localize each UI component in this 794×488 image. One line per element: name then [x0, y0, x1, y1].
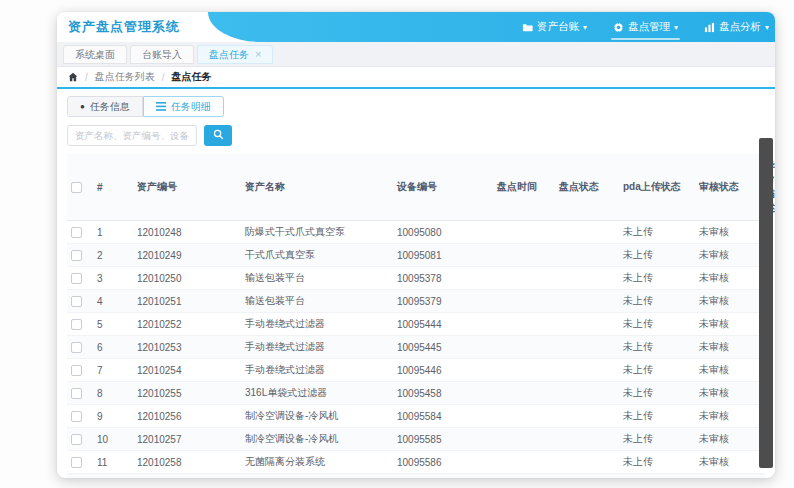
row-checkbox[interactable]: [71, 411, 82, 422]
cell-audit-status: 未审核: [695, 313, 761, 336]
main-content: ● 任务信息 任务明细: [57, 89, 775, 478]
col-audit-status: 审核状态: [695, 154, 761, 221]
cell-audit-status: 未审核: [695, 382, 761, 405]
nav-item-inventory-analysis[interactable]: 盘点分析 ▾: [704, 12, 769, 42]
row-checkbox[interactable]: [71, 273, 82, 284]
dot-icon: ●: [80, 103, 85, 111]
tab-bar: 系统桌面 台账导入 盘点任务 ×: [57, 42, 775, 67]
cell-audit-status: 未审核: [695, 336, 761, 359]
chevron-down-icon: ▾: [674, 23, 678, 32]
cell-asset-no: 12010254: [133, 359, 241, 382]
cell-check-time: [493, 267, 555, 290]
cell-index: 10: [93, 428, 133, 451]
col-asset-no: 资产编号: [133, 154, 241, 221]
cell-asset-no: 12010253: [133, 336, 241, 359]
tab-inventory-task[interactable]: 盘点任务 ×: [197, 45, 273, 64]
cell-device-no: 10095379: [393, 290, 493, 313]
cell-asset-name: 手动卷绕式过滤器: [241, 359, 393, 382]
app-header: 资产盘点管理系统 资产台账 ▾ 盘点管理 ▾ 盘点分析: [57, 12, 775, 42]
cell-check-status: [555, 221, 619, 244]
cell-asset-no: 12010256: [133, 405, 241, 428]
row-checkbox[interactable]: [71, 457, 82, 468]
nav-item-inventory-mgmt[interactable]: 盘点管理 ▾: [613, 12, 678, 42]
cell-asset-name: 手动卷绕式过滤器: [241, 336, 393, 359]
nav-label: 资产台账: [537, 20, 579, 34]
cell-device-no: 10095584: [393, 405, 493, 428]
cell-check-status: [555, 428, 619, 451]
chart-icon: [704, 22, 715, 33]
cell-device-no: 10095586: [393, 451, 493, 474]
cell-audit-status: 未审核: [695, 267, 761, 290]
cell-asset-no: 12010257: [133, 428, 241, 451]
cell-check-status: [555, 313, 619, 336]
row-checkbox[interactable]: [71, 342, 82, 353]
search-input[interactable]: [67, 125, 197, 146]
col-check-time: 盘点时间: [493, 154, 555, 221]
nav-label: 盘点分析: [719, 20, 761, 34]
breadcrumb-task-list[interactable]: 盘点任务列表: [95, 70, 155, 84]
cell-pda-status: 未上传: [619, 313, 695, 336]
nav-item-asset-ledger[interactable]: 资产台账 ▾: [522, 12, 587, 42]
row-checkbox[interactable]: [71, 434, 82, 445]
row-checkbox[interactable]: [71, 319, 82, 330]
close-icon[interactable]: ×: [255, 49, 261, 60]
cell-asset-name: 制冷空调设备-冷风机: [241, 428, 393, 451]
cell-index: 4: [93, 290, 133, 313]
cell-device-no: 10095080: [393, 221, 493, 244]
subtab-label: 任务明细: [171, 100, 211, 114]
cell-asset-no: 12010255: [133, 382, 241, 405]
col-pda-status: pda上传状态: [619, 154, 695, 221]
cell-pda-status: 未上传: [619, 474, 695, 479]
cell-index: 6: [93, 336, 133, 359]
cell-pda-status: 未上传: [619, 451, 695, 474]
top-nav: 资产台账 ▾ 盘点管理 ▾ 盘点分析 ▾: [522, 12, 769, 42]
vertical-scrollbar[interactable]: [759, 138, 773, 468]
row-checkbox[interactable]: [71, 388, 82, 399]
cell-asset-name: 制冷空调设备-冷风机: [241, 405, 393, 428]
cell-asset-name: 输送包装平台: [241, 290, 393, 313]
cell-device-no: 10095378: [393, 267, 493, 290]
folder-icon: [522, 22, 533, 33]
cell-check-time: [493, 405, 555, 428]
cell-check-status: [555, 405, 619, 428]
select-all-checkbox[interactable]: [71, 182, 82, 193]
cell-asset-no: 12010258: [133, 451, 241, 474]
cell-asset-name: 干式爪式真空泵: [241, 244, 393, 267]
cell-check-status: [555, 451, 619, 474]
col-asset-name: 资产名称: [241, 154, 393, 221]
cell-check-time: [493, 428, 555, 451]
tab-label: 盘点任务: [209, 46, 249, 63]
table-row: 4 12010251 输送包装平台 10095379 未上传 未审核: [67, 290, 765, 313]
search-button[interactable]: [204, 125, 232, 146]
home-icon[interactable]: [68, 72, 78, 82]
cell-device-no: 40001228: [393, 474, 493, 479]
tab-ledger-import[interactable]: 台账导入: [130, 45, 194, 64]
subtab-task-info[interactable]: ● 任务信息: [67, 96, 143, 117]
cell-audit-status: 未审核: [695, 221, 761, 244]
tab-system-desktop[interactable]: 系统桌面: [63, 45, 127, 64]
subtab-task-detail[interactable]: 任务明细: [143, 96, 224, 117]
cell-device-no: 10095081: [393, 244, 493, 267]
cell-asset-name: 316L单袋式过滤器: [241, 382, 393, 405]
cell-index: 3: [93, 267, 133, 290]
cell-pda-status: 未上传: [619, 428, 695, 451]
row-checkbox[interactable]: [71, 250, 82, 261]
table-row: 10 12010257 制冷空调设备-冷风机 10095585 未上传 未审核: [67, 428, 765, 451]
app-title: 资产盘点管理系统: [68, 12, 180, 42]
col-index: #: [93, 154, 133, 221]
breadcrumb-separator: /: [85, 72, 88, 83]
table-row: 8 12010255 316L单袋式过滤器 10095458 未上传 未审核: [67, 382, 765, 405]
search-icon: [213, 128, 224, 143]
row-checkbox[interactable]: [71, 365, 82, 376]
row-checkbox[interactable]: [71, 227, 82, 238]
cell-device-no: 10095458: [393, 382, 493, 405]
breadcrumb-separator: /: [162, 72, 165, 83]
cell-device-no: 10095445: [393, 336, 493, 359]
cell-check-status: [555, 474, 619, 479]
table-row: 5 12010252 手动卷绕式过滤器 10095444 未上传 未审核: [67, 313, 765, 336]
cell-asset-name: 输送包装平台: [241, 267, 393, 290]
row-checkbox[interactable]: [71, 296, 82, 307]
cell-check-time: [493, 244, 555, 267]
cell-index: 5: [93, 313, 133, 336]
cell-pda-status: 未上传: [619, 405, 695, 428]
